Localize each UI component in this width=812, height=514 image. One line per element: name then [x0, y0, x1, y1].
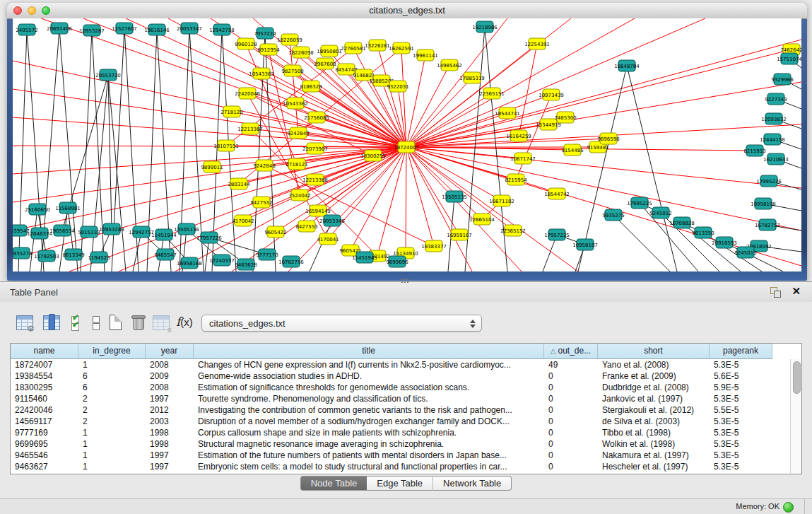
table-scrollbar-thumb[interactable] — [793, 361, 801, 394]
column-header-year[interactable]: year — [146, 344, 194, 359]
graph-node[interactable]: 9245013 — [734, 247, 756, 258]
graph-node[interactable]: 4170042 — [232, 215, 254, 226]
table-row[interactable]: 2242004622012Investigating the contribut… — [11, 404, 791, 416]
graph-node[interactable]: 9463628 — [235, 259, 257, 270]
graph-node[interactable]: 9699696 — [386, 256, 408, 267]
graph-node[interactable]: 12254391 — [524, 38, 550, 49]
graph-node[interactable]: 19616146 — [144, 24, 170, 35]
graph-node[interactable]: 16782757 — [755, 219, 780, 230]
graph-node[interactable]: 13226281 — [365, 40, 390, 51]
column-header-out-degree[interactable]: △out_de... — [544, 344, 598, 359]
close-panel-icon[interactable]: ✕ — [792, 285, 801, 298]
graph-node[interactable]: 19218986 — [472, 21, 498, 33]
select-all-rows-icon[interactable]: ✔ ✔ — [69, 313, 87, 332]
table-row[interactable]: 977716911998Corpus callosum shape and si… — [11, 427, 791, 438]
graph-node[interactable]: 7485300 — [554, 112, 576, 123]
graph-node[interactable]: 8215954 — [505, 174, 527, 185]
graph-node[interactable]: 12093832 — [761, 113, 787, 124]
graph-node[interactable]: 10958107 — [572, 239, 598, 250]
graph-node[interactable]: 9696596 — [597, 133, 620, 144]
graph-node[interactable]: 8960128 — [235, 38, 257, 49]
graph-node[interactable]: 9605422 — [264, 226, 286, 238]
graph-node[interactable]: 12213387 — [237, 123, 263, 134]
table-options-icon[interactable]: ⚙ — [16, 313, 34, 332]
graph-node[interactable]: 12846374 — [27, 228, 52, 239]
graph-node[interactable]: 10953287 — [79, 25, 105, 36]
graph-node[interactable]: 11568981 — [55, 202, 81, 214]
graph-node[interactable]: 17995226 — [756, 175, 782, 187]
new-column-icon[interactable] — [107, 313, 125, 332]
tab-node-table[interactable]: Node Table — [300, 476, 367, 491]
graph-node[interactable]: 9227343 — [765, 93, 787, 105]
graph-node[interactable]: 16164259 — [506, 130, 531, 141]
graph-node[interactable]: 1194523 — [88, 252, 110, 263]
graph-node[interactable]: 10973439 — [539, 89, 564, 100]
graph-node[interactable]: 8912954 — [257, 44, 280, 55]
graph-node[interactable]: 10671747 — [510, 153, 536, 164]
table-row[interactable]: 969969511998Structural magnetic resonanc… — [11, 438, 791, 450]
column-visibility-icon[interactable] — [42, 313, 61, 332]
graph-node[interactable]: 7957224 — [254, 28, 276, 39]
table-row[interactable]: 1456911722003Disruption of a novel membe… — [11, 416, 791, 427]
graph-node[interactable]: 12444158 — [760, 134, 785, 145]
graph-node[interactable]: 22760581 — [341, 42, 366, 54]
graph-node[interactable]: 4170041 — [317, 233, 339, 245]
graph-node[interactable]: 20553720 — [95, 69, 121, 81]
graph-node[interactable]: 2967608 — [314, 58, 336, 69]
graph-node[interactable]: 20918593 — [712, 237, 737, 248]
graph-node[interactable]: 2405572 — [16, 24, 37, 35]
graph-node[interactable]: 18226059 — [277, 34, 302, 45]
graph-node[interactable]: 8427552 — [250, 197, 272, 208]
graph-node[interactable]: 7524042 — [288, 189, 310, 201]
graph-node[interactable]: 11527607 — [112, 23, 137, 34]
graph-node[interactable]: 2718121 — [286, 158, 307, 170]
tab-edge-table[interactable]: Edge Table — [367, 476, 433, 491]
graph-node[interactable]: 9322031 — [387, 81, 408, 92]
graph-node[interactable]: 17240337 — [209, 255, 235, 266]
graph-node[interactable]: 2803144 — [228, 178, 250, 189]
graph-node[interactable]: 14985462 — [437, 59, 462, 71]
table-row[interactable]: 1872400712008Changes of HCN gene express… — [11, 359, 791, 370]
window-titlebar[interactable]: citations_edges.txt — [7, 3, 807, 19]
graph-node[interactable]: 8427553 — [295, 221, 317, 232]
graph-node[interactable]: 9899011 — [201, 161, 223, 173]
graph-node[interactable]: 20691406 — [47, 23, 72, 34]
graph-node[interactable]: 12865104 — [469, 214, 495, 225]
panel-split-handle[interactable] — [401, 278, 409, 283]
column-header-title[interactable]: title — [194, 344, 544, 359]
graph-node[interactable]: 19961141 — [413, 49, 438, 61]
graph-node[interactable]: 10543363 — [249, 68, 274, 79]
table-row[interactable]: 946554611997Estimation of the future num… — [11, 450, 791, 461]
graph-node[interactable]: 12942757 — [129, 226, 154, 238]
column-header-name[interactable]: name — [11, 344, 78, 359]
graph-node[interactable]: 9935275 — [602, 209, 624, 221]
graph-node[interactable]: 9329966 — [771, 74, 794, 85]
graph-node[interactable]: 9242848 — [253, 160, 275, 171]
function-builder-icon[interactable]: f(x) — [176, 315, 194, 333]
network-table-select[interactable]: citations_edges.txt — [201, 315, 482, 332]
graph-node[interactable]: 10958108 — [751, 198, 776, 209]
graph-node[interactable]: 9935274 — [13, 247, 33, 259]
delete-column-icon[interactable] — [129, 313, 148, 332]
table-row[interactable]: 946362711997Embryonic stem cells: a mode… — [11, 461, 791, 472]
graph-node[interactable]: 9245012 — [649, 207, 671, 218]
column-header-in-degree[interactable]: in_degree — [78, 344, 146, 359]
graph-node[interactable]: 17957225 — [544, 229, 570, 240]
graph-node[interactable]: 8613350 — [692, 227, 714, 238]
graph-node[interactable]: 22365151 — [479, 88, 505, 99]
graph-node[interactable]: 16782756 — [278, 256, 304, 267]
graph-node[interactable]: 22420046 — [235, 88, 260, 99]
column-header-short[interactable]: short — [598, 344, 710, 359]
graph-node[interactable]: 8215953 — [743, 145, 765, 156]
table-row[interactable]: 1830029562008Estimation of significance … — [11, 382, 791, 393]
graph-node[interactable]: 18950801 — [317, 45, 342, 57]
graph-node[interactable]: 16262591 — [389, 42, 414, 54]
graph-node[interactable]: 9827508 — [281, 65, 303, 76]
graph-node[interactable]: 5015133 — [78, 226, 100, 238]
graph-node[interactable]: 11451944 — [151, 229, 177, 240]
graph-node[interactable]: 16210643 — [763, 153, 789, 165]
graph-node[interactable]: 9777170 — [256, 249, 278, 260]
graph-node[interactable]: 9242849 — [287, 127, 309, 139]
graph-node[interactable]: 2718120 — [220, 106, 242, 117]
network-canvas[interactable]: 1872400718226058982750881863281054336221… — [13, 18, 801, 271]
